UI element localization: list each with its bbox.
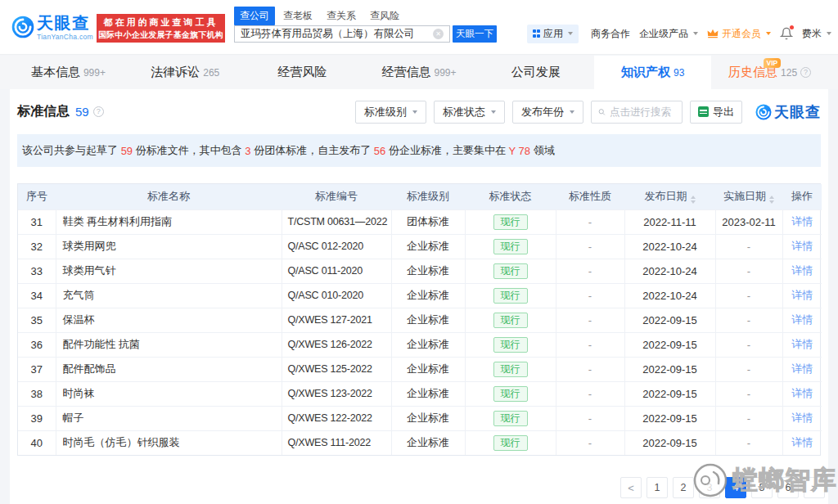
detail-link[interactable]: 详情 — [791, 436, 813, 448]
detail-link[interactable]: 详情 — [791, 313, 813, 326]
cell-action: 详情 — [782, 357, 822, 381]
cell-action: 详情 — [782, 209, 822, 234]
table-row: 36配件功能性 抗菌Q/XWES 126-2022企业标准现行-2022-09-… — [18, 332, 822, 357]
nav-tab[interactable]: 经营风险 — [244, 56, 361, 89]
cell-impl-date: - — [715, 234, 782, 259]
table-row: 37配件配饰品Q/XWES 125-2022企业标准现行-2022-09-15-… — [18, 357, 822, 381]
column-header: 操作 — [782, 184, 822, 209]
detail-link[interactable]: 详情 — [791, 215, 813, 227]
table-row: 31鞋类 再生材料利用指南T/CSTM 00631—2022团体标准现行-202… — [18, 209, 822, 234]
table-search-input[interactable] — [610, 106, 675, 118]
cell-pub-date: 2022-10-24 — [624, 283, 715, 308]
nav-tab-count: 265 — [203, 67, 219, 79]
apps-menu[interactable]: 应用 — [527, 25, 579, 43]
search-tab-item[interactable]: 查关系 — [321, 7, 362, 25]
user-menu[interactable]: 费米 — [802, 27, 831, 41]
column-header[interactable]: 实施日期 — [715, 184, 782, 209]
detail-link[interactable]: 详情 — [791, 240, 813, 252]
page-button[interactable]: 4 — [725, 477, 746, 498]
search-tab-item[interactable]: 查老板 — [277, 7, 318, 25]
cell-nature: - — [556, 209, 624, 234]
nav-tab[interactable]: 法律诉讼265 — [127, 56, 244, 89]
detail-link[interactable]: 详情 — [791, 338, 813, 350]
chevron-down-icon — [491, 110, 496, 114]
next-page-button[interactable]: > — [804, 477, 825, 498]
column-header-label: 实施日期 — [723, 190, 766, 202]
column-header-label: 操作 — [791, 190, 813, 202]
nav-tab[interactable]: 经营信息999+ — [361, 56, 478, 89]
cell-code: Q/ASC 010-2020 — [282, 283, 391, 308]
cell-status: 现行 — [465, 259, 556, 283]
table-row: 38时尚袜Q/XWES 123-2022企业标准现行-2022-09-15-详情 — [18, 381, 822, 406]
slogan-line2: 国际中小企业发展子基金旗下机构 — [97, 29, 225, 41]
export-button[interactable]: 导出 — [690, 101, 742, 124]
username: 费米 — [802, 27, 822, 41]
detail-link[interactable]: 详情 — [791, 412, 813, 424]
cell-action: 详情 — [782, 381, 822, 406]
clear-search-icon[interactable]: ✕ — [433, 29, 444, 39]
filter-dropdown[interactable]: 标准状态 — [434, 101, 505, 124]
nav-tab[interactable]: 历史信息125VIP? — [711, 56, 828, 89]
page-button[interactable]: 1 — [647, 477, 668, 498]
tianyancha-swirl-icon — [755, 104, 772, 120]
nav-tab[interactable]: 知识产权93 — [594, 56, 711, 89]
brand-slogan-banner: 都在用的商业查询工具 国际中小企业发展子基金旗下机构 — [97, 14, 225, 43]
page-button[interactable]: 6 — [777, 477, 799, 498]
detail-link[interactable]: 详情 — [791, 387, 813, 399]
section-title: 标准信息 — [17, 103, 70, 120]
nav-tab[interactable]: 公司发展 — [477, 56, 594, 89]
page-button[interactable]: 5 — [751, 477, 773, 498]
cell-action: 详情 — [782, 283, 822, 308]
chevron-down-icon — [568, 32, 573, 35]
nav-tab[interactable]: 基本信息999+ — [10, 56, 127, 89]
cell-name: 球类用气针 — [56, 259, 282, 283]
help-icon[interactable]: ? — [93, 106, 104, 117]
search-button[interactable]: 天眼一下 — [453, 25, 497, 43]
nav-tab-count: 93 — [674, 67, 684, 79]
company-search-input[interactable] — [235, 29, 433, 40]
summary-text: 份团体标准，自主发布了 — [251, 143, 374, 158]
cell-nature: - — [556, 430, 624, 455]
enterprise-products-menu[interactable]: 企业级产品 — [639, 27, 698, 41]
filter-dropdown[interactable]: 发布年份 — [512, 101, 583, 124]
page-button[interactable]: 3 — [699, 477, 720, 498]
search-tab-active[interactable]: 查公司 — [234, 7, 275, 25]
cell-code: Q/ASC 012-2020 — [282, 234, 391, 259]
filter-dropdown[interactable]: 标准级别 — [355, 101, 426, 124]
column-header: 标准名称 — [56, 184, 282, 209]
cell-name: 帽子 — [56, 406, 282, 430]
tianyancha-logo[interactable]: 天眼查 TianYanCha.com — [11, 13, 93, 41]
table-search-box — [591, 101, 683, 124]
sort-icon[interactable] — [769, 196, 774, 204]
summary-highlight: 3 — [245, 145, 250, 157]
detail-link[interactable]: 详情 — [791, 289, 813, 301]
column-header[interactable]: 发布日期 — [624, 184, 715, 209]
column-header: 标准状态 — [465, 184, 556, 209]
summary-banner: 该公司共参与起草了 59 份标准文件，其中包含 3 份团体标准，自主发布了 56… — [17, 134, 821, 167]
status-badge: 现行 — [493, 288, 528, 304]
info-icon: ? — [800, 67, 811, 78]
business-cooperation-link[interactable]: 商务合作 — [591, 27, 630, 41]
nav-tab-label: 经营信息 — [381, 65, 430, 80]
section-header: 标准信息 59 ? 标准级别标准状态发布年份 导出 天眼查 — [17, 100, 821, 124]
cell-level: 企业标准 — [391, 234, 465, 259]
table-row: 35保温杯Q/XWES 127-2021企业标准现行-2022-09-15-详情 — [18, 308, 822, 332]
notifications-bell[interactable] — [780, 27, 793, 40]
vip-membership-menu[interactable]: 开通会员 — [707, 27, 771, 41]
cell-level: 企业标准 — [391, 357, 465, 381]
cell-name: 保温杯 — [56, 308, 282, 332]
search-tab-item[interactable]: 查风险 — [364, 7, 405, 25]
sort-icon[interactable] — [691, 196, 696, 204]
cell-action: 详情 — [782, 259, 822, 283]
cell-status: 现行 — [465, 234, 556, 259]
cell-impl-date: - — [715, 381, 782, 406]
nav-tab-label: 基本信息 — [31, 65, 80, 80]
column-header-label: 标准状态 — [489, 190, 532, 202]
prev-page-button[interactable]: < — [620, 477, 642, 498]
detail-link[interactable]: 详情 — [791, 362, 813, 375]
cell-status: 现行 — [465, 283, 556, 308]
column-header-label: 发布日期 — [645, 190, 687, 202]
cell-name: 充气筒 — [56, 283, 282, 308]
page-button[interactable]: 2 — [673, 477, 694, 498]
detail-link[interactable]: 详情 — [791, 264, 813, 277]
